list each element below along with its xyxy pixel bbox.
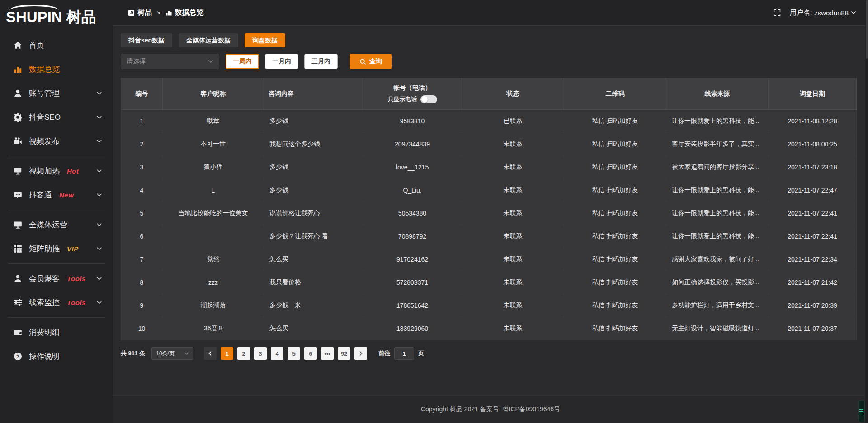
- cell-nickname: 当地比较能吃的一位美女: [163, 202, 264, 225]
- breadcrumb-app[interactable]: 树品: [128, 8, 152, 18]
- cell-source-link[interactable]: 客厅安装投影半年多了，真实...: [666, 133, 769, 156]
- cell-qr-link[interactable]: 私信 扫码加好友: [564, 179, 666, 202]
- topbar-right: 用户名: zswodun88: [774, 9, 856, 17]
- sidebar-item-lead-monitor[interactable]: 线索监控Tools: [0, 291, 113, 315]
- chevron-down-icon: [96, 115, 102, 119]
- sidebar-divider: [8, 210, 105, 210]
- cell-qr-link[interactable]: 私信 扫码加好友: [564, 225, 666, 248]
- page-button-3[interactable]: 3: [254, 347, 267, 360]
- sidebar-item-video-publish[interactable]: 视频发布: [0, 129, 113, 153]
- user-menu[interactable]: 用户名: zswodun88: [790, 9, 856, 17]
- breadcrumb-page[interactable]: 数据总览: [165, 8, 204, 18]
- sidebar-item-media-operation[interactable]: 全媒体运营: [0, 213, 113, 237]
- cell-qr-link[interactable]: 私信 扫码加好友: [564, 294, 666, 317]
- cell-source-link[interactable]: 如何正确选择投影仪，买投影...: [666, 271, 769, 294]
- cell-qr-link[interactable]: 私信 扫码加好友: [564, 133, 666, 156]
- goto-page-input[interactable]: [394, 347, 414, 360]
- tab-douyin-seo-data[interactable]: 抖音seo数据: [121, 33, 172, 47]
- cell-status: 未联系: [462, 202, 564, 225]
- page-button-6[interactable]: 6: [304, 347, 317, 360]
- cell-id: 5: [121, 202, 163, 225]
- sidebar-item-account-management[interactable]: 账号管理: [0, 81, 113, 105]
- filter-select[interactable]: 请选择: [121, 54, 219, 69]
- chevron-down-icon: [96, 91, 102, 95]
- cell-source-link[interactable]: 让你一眼就爱上的黑科技，能...: [666, 225, 769, 248]
- chevron-down-icon: [96, 169, 102, 173]
- cell-source-link[interactable]: 让你一眼就爱上的黑科技，能...: [666, 179, 769, 202]
- page-button-1[interactable]: 1: [221, 347, 233, 360]
- sidebar-item-data-overview[interactable]: 数据总览: [0, 57, 113, 81]
- page-button-5[interactable]: 5: [288, 347, 300, 360]
- chevron-left-icon: [208, 351, 212, 356]
- period-month-button[interactable]: 一月内: [265, 54, 298, 69]
- sidebar-divider: [8, 317, 105, 318]
- username-value: zswodun88: [814, 9, 849, 17]
- chart-icon: [165, 9, 172, 16]
- sidebar-item-douyin-seo[interactable]: 抖音SEO: [0, 105, 113, 129]
- cell-nickname: 哦章: [163, 110, 264, 133]
- cell-qr-link[interactable]: 私信 扫码加好友: [564, 156, 666, 179]
- cell-qr-link[interactable]: 私信 扫码加好友: [564, 248, 666, 271]
- sidebar-item-member-baoke[interactable]: 会员爆客Tools: [0, 267, 113, 291]
- table-row: 4L多少钱Q_Liu.未联系私信 扫码加好友让你一眼就爱上的黑科技，能...20…: [121, 179, 857, 202]
- col-source: 线索来源: [666, 78, 769, 110]
- cell-qr-link[interactable]: 私信 扫码加好友: [564, 110, 666, 133]
- period-buttons: 一周内一月内三月内: [226, 54, 338, 69]
- svg-text:?: ?: [16, 354, 19, 359]
- sidebar-item-label: 数据总览: [29, 64, 60, 75]
- cell-qr-link[interactable]: 私信 扫码加好友: [564, 317, 666, 340]
- col-account: 帐号（电话） 只显示电话: [363, 78, 462, 110]
- badge-vip: VIP: [67, 245, 79, 253]
- scrollbar[interactable]: [865, 0, 868, 423]
- filter-select-placeholder: 请选择: [127, 57, 146, 66]
- grid-icon: [14, 244, 22, 253]
- cell-content: 多少钱一米: [264, 294, 363, 317]
- sidebar-item-label: 首页: [29, 40, 44, 51]
- sidebar-item-consume-detail[interactable]: 消费明细: [0, 320, 113, 344]
- home-icon: [14, 41, 22, 50]
- badge-tools: Tools: [67, 275, 86, 282]
- tab-inquiry-data[interactable]: 询盘数据: [245, 33, 285, 47]
- cell-source-link[interactable]: 让你一眼就爱上的黑科技，能...: [666, 110, 769, 133]
- tab-media-operation-data[interactable]: 全媒体运营数据: [179, 33, 238, 47]
- cell-nickname: 不可一世: [163, 133, 264, 156]
- cell-date: 2021-11-08 00:25: [769, 133, 857, 156]
- mini-widget: [858, 401, 865, 422]
- period-quarter-button[interactable]: 三月内: [304, 54, 338, 69]
- filter-bar: 请选择 一周内一月内三月内 查询: [121, 54, 857, 69]
- sidebar-item-operation-guide[interactable]: ?操作说明: [0, 344, 113, 368]
- breadcrumb: 树品 > 数据总览: [128, 8, 204, 18]
- query-button[interactable]: 查询: [350, 54, 392, 69]
- cell-source-link[interactable]: 让你一眼就爱上的黑科技，能...: [666, 202, 769, 225]
- cell-nickname: 狐小狸: [163, 156, 264, 179]
- cell-source-link[interactable]: 无主灯设计，智能磁吸轨道灯...: [666, 317, 769, 340]
- sidebar-item-video-heat[interactable]: 视频加热Hot: [0, 159, 113, 183]
- phone-only-toggle[interactable]: [420, 95, 437, 103]
- page-ellipsis-button[interactable]: •••: [321, 347, 334, 360]
- page-button-92[interactable]: 92: [338, 347, 350, 360]
- sidebar-item-douketong[interactable]: 抖客通New: [0, 183, 113, 207]
- prev-page-button[interactable]: [204, 347, 217, 360]
- next-page-button[interactable]: [354, 347, 367, 360]
- sidebar-item-matrix-boost[interactable]: 矩阵助推VIP: [0, 237, 113, 261]
- cell-status: 未联系: [462, 133, 564, 156]
- cell-source-link[interactable]: 被大家追着问的客厅投影分享...: [666, 156, 769, 179]
- chevron-down-icon: [96, 193, 102, 197]
- cell-content: 说说价格让我死心: [264, 202, 363, 225]
- cell-source-link[interactable]: 多功能护栏灯，适用于乡村文...: [666, 294, 769, 317]
- page-size-select[interactable]: 10条/页: [151, 347, 193, 360]
- cell-qr-link[interactable]: 私信 扫码加好友: [564, 202, 666, 225]
- period-week-button[interactable]: 一周内: [226, 54, 259, 69]
- chevron-down-icon: [208, 60, 213, 63]
- cell-source-link[interactable]: 感谢大家喜欢我家，被问了好...: [666, 248, 769, 271]
- page-button-4[interactable]: 4: [271, 347, 283, 360]
- cell-qr-link[interactable]: 私信 扫码加好友: [564, 271, 666, 294]
- wallet-icon: [14, 328, 22, 337]
- sidebar-item-home[interactable]: 首页: [0, 33, 113, 57]
- page-button-2[interactable]: 2: [237, 347, 250, 360]
- cell-date: 2021-11-07 22:47: [769, 179, 857, 202]
- sliders-icon: [14, 298, 22, 307]
- gear-icon: [14, 113, 22, 122]
- fullscreen-icon[interactable]: [774, 9, 781, 16]
- col-account-label: 帐号（电话）: [368, 84, 457, 92]
